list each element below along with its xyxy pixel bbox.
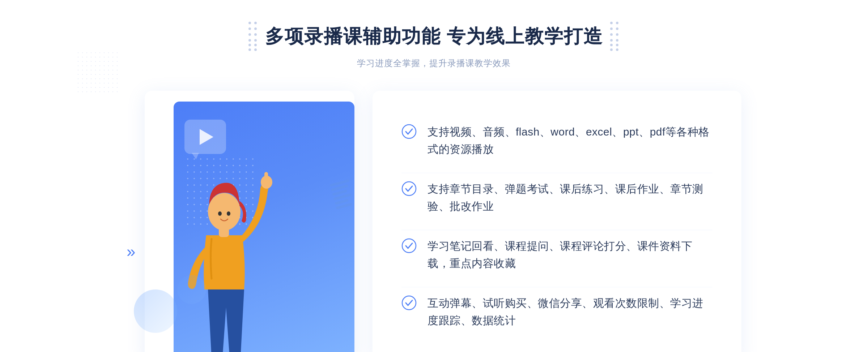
svg-point-9 xyxy=(402,125,416,138)
page-subtitle: 学习进度全掌握，提升录播课教学效果 xyxy=(248,57,620,69)
svg-point-11 xyxy=(402,239,416,253)
header-section: 多项录播课辅助功能 专为线上教学打造 学习进度全掌握，提升录播课教学效果 xyxy=(248,22,620,69)
svg-point-8 xyxy=(227,211,230,216)
circle-decoration-1 xyxy=(134,289,177,333)
feature-text-4: 互动弹幕、试听购买、微信分享、观看次数限制、学习进度跟踪、数据统计 xyxy=(427,295,712,329)
feature-text-1: 支持视频、音频、flash、word、excel、ppt、pdf等各种格式的资源… xyxy=(427,123,712,158)
play-triangle-icon xyxy=(200,129,213,145)
feature-item-2: 支持章节目录、弹题考试、课后练习、课后作业、章节测验、批改作业 xyxy=(401,173,712,222)
left-dot-decoration xyxy=(248,22,258,51)
svg-point-6 xyxy=(208,193,241,231)
play-bubble xyxy=(184,120,226,154)
features-panel: 支持视频、音频、flash、word、excel、ppt、pdf等各种格式的资源… xyxy=(373,91,741,352)
svg-point-10 xyxy=(402,182,416,196)
svg-point-7 xyxy=(218,211,222,216)
illustration-area: » xyxy=(127,91,373,352)
feature-item-1: 支持视频、音频、flash、word、excel、ppt、pdf等各种格式的资源… xyxy=(401,116,712,165)
feature-text-3: 学习笔记回看、课程提问、课程评论打分、课件资料下载，重点内容收藏 xyxy=(427,237,712,272)
person-illustration xyxy=(156,152,293,352)
left-arrows-decoration: » xyxy=(127,242,135,261)
svg-point-12 xyxy=(402,296,416,310)
check-icon-4 xyxy=(401,295,417,310)
check-icon-2 xyxy=(401,181,417,196)
header-title-row: 多项录播课辅助功能 专为线上教学打造 xyxy=(248,22,620,51)
feature-item-3: 学习笔记回看、课程提问、课程评论打分、课件资料下载，重点内容收藏 xyxy=(401,230,712,279)
feature-text-2: 支持章节目录、弹题考试、课后练习、课后作业、章节测验、批改作业 xyxy=(427,180,712,215)
svg-rect-4 xyxy=(264,172,268,183)
check-icon-3 xyxy=(401,238,417,253)
right-dot-decoration xyxy=(610,22,620,51)
page-container: 多项录播课辅助功能 专为线上教学打造 学习进度全掌握，提升录播课教学效果 » xyxy=(0,0,868,352)
main-content: » xyxy=(127,91,741,352)
page-title: 多项录播课辅助功能 专为线上教学打造 xyxy=(265,24,603,49)
check-icon-1 xyxy=(401,124,417,139)
circle-decoration-2 xyxy=(177,275,206,304)
feature-item-4: 互动弹幕、试听购买、微信分享、观看次数限制、学习进度跟踪、数据统计 xyxy=(401,287,712,336)
